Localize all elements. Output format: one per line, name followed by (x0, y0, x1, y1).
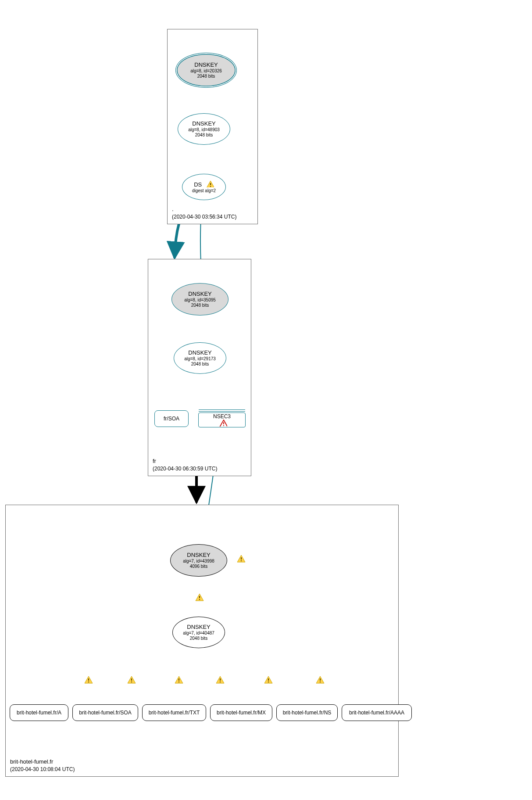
root-ds-title: DS (194, 180, 214, 188)
fr-soa-rr: fr/SOA (154, 410, 189, 427)
domain-rr-a: brit-hotel-fumel.fr/A (10, 704, 68, 721)
fr-nsec3: NSEC3 (198, 413, 246, 427)
domain-ksk-alg: alg=7, id=43998 (183, 559, 214, 564)
domain-rr-ns-label: brit-hotel-fumel.fr/NS (283, 710, 332, 716)
root-ds: DS digest alg=2 (182, 174, 226, 200)
root-zsk-title: DNSKEY (192, 120, 215, 127)
root-ksk-dnskey: DNSKEY alg=8, id=20326 2048 bits (175, 53, 237, 88)
fr-nsec3-label: NSEC3 (213, 413, 231, 420)
fr-zsk-alg: alg=8, id=29173 (184, 356, 216, 362)
domain-rr-soa-label: brit-hotel-fumel.fr/SOA (79, 710, 131, 716)
root-ksk-title: DNSKEY (194, 61, 218, 68)
domain-rr-soa: brit-hotel-fumel.fr/SOA (72, 704, 138, 721)
domain-zsk-bits: 2048 bits (190, 636, 208, 641)
domain-rr-mx-label: brit-hotel-fumel.fr/MX (217, 710, 266, 716)
root-zsk-dnskey: DNSKEY alg=8, id=48903 2048 bits (178, 113, 230, 145)
domain-ksk-title: DNSKEY (187, 552, 210, 559)
zone-fr-ts: (2020-04-30 06:30:59 UTC) (153, 465, 217, 472)
error-icon (219, 420, 227, 427)
fr-soa-label: fr/SOA (164, 416, 179, 422)
warning-icon (206, 180, 214, 187)
domain-rr-txt-label: brit-hotel-fumel.fr/TXT (149, 710, 200, 716)
domain-zsk-title: DNSKEY (187, 624, 210, 631)
dnssec-diagram: . (2020-04-30 03:56:34 UTC) DNSKEY alg=8… (0, 0, 532, 800)
root-ds-digest: digest alg=2 (192, 188, 216, 194)
domain-ksk-dnskey: DNSKEY alg=7, id=43998 4096 bits (170, 544, 227, 577)
root-ds-title-text: DS (194, 181, 202, 188)
root-ksk-alg: alg=8, id=20326 (190, 68, 222, 74)
fr-ksk-bits: 2048 bits (191, 303, 209, 308)
zone-fr-label: fr (2020-04-30 06:30:59 UTC) (153, 457, 217, 472)
fr-zsk-dnskey: DNSKEY alg=8, id=29173 2048 bits (174, 342, 226, 374)
domain-rr-a-label: brit-hotel-fumel.fr/A (17, 710, 61, 716)
fr-ksk-title: DNSKEY (188, 291, 211, 298)
domain-rr-aaaa-label: brit-hotel-fumel.fr/AAAA (349, 710, 404, 716)
zone-domain-name: brit-hotel-fumel.fr (10, 758, 75, 766)
domain-ksk-bits: 4096 bits (190, 564, 208, 569)
zone-fr-name: fr (153, 457, 217, 465)
fr-ksk-dnskey: DNSKEY alg=8, id=35095 2048 bits (171, 283, 229, 316)
domain-zsk-alg: alg=7, id=40487 (183, 631, 214, 636)
root-zsk-alg: alg=8, id=48903 (188, 127, 220, 133)
domain-rr-txt: brit-hotel-fumel.fr/TXT (142, 704, 206, 721)
zone-root-name: . (172, 205, 236, 213)
zone-root-label: . (2020-04-30 03:56:34 UTC) (172, 205, 236, 220)
fr-ksk-alg: alg=8, id=35095 (184, 298, 216, 303)
domain-rr-mx: brit-hotel-fumel.fr/MX (210, 704, 272, 721)
fr-zsk-title: DNSKEY (188, 349, 211, 356)
fr-zsk-bits: 2048 bits (191, 362, 209, 367)
zone-domain-ts: (2020-04-30 10:08:04 UTC) (10, 766, 75, 773)
root-ksk-bits: 2048 bits (197, 74, 215, 79)
domain-zsk-dnskey: DNSKEY alg=7, id=40487 2048 bits (172, 617, 225, 648)
root-zsk-bits: 2048 bits (195, 133, 213, 138)
domain-rr-aaaa: brit-hotel-fumel.fr/AAAA (342, 704, 412, 721)
zone-root-ts: (2020-04-30 03:56:34 UTC) (172, 213, 236, 220)
zone-domain-label: brit-hotel-fumel.fr (2020-04-30 10:08:04… (10, 758, 75, 773)
domain-rr-ns: brit-hotel-fumel.fr/NS (276, 704, 338, 721)
